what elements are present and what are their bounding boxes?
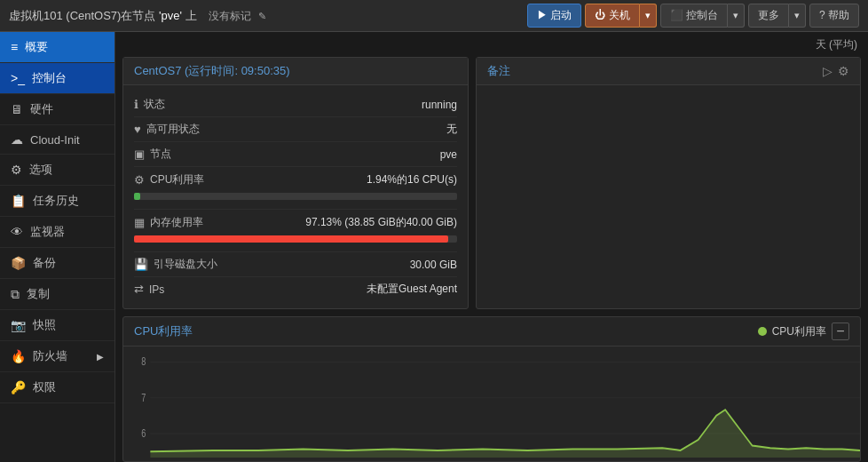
node-suffix: 上: [185, 9, 197, 22]
notes-panel-header: 备注 ▷ ⚙: [477, 58, 860, 85]
content-header: 天 (平均): [115, 32, 868, 57]
sidebar-item-11[interactable]: 🔑 权限: [0, 372, 114, 403]
sidebar: ≡ 概要 >_ 控制台 🖥 硬件 ☁ Cloud-Init ⚙ 选项 📋 任务历…: [0, 32, 115, 462]
sidebar-item-10[interactable]: 🔥 防火墙 ▶: [0, 341, 114, 372]
chart-title: CPU利用率: [134, 323, 193, 339]
svg-text:7: 7: [141, 392, 146, 404]
svg-text:6: 6: [141, 427, 146, 440]
sidebar-icon-5: 📋: [11, 194, 26, 208]
shutdown-button[interactable]: ⏻ 关机: [585, 4, 639, 28]
sidebar-label-9: 快照: [33, 317, 56, 333]
main-layout: ≡ 概要 >_ 控制台 🖥 硬件 ☁ Cloud-Init ⚙ 选项 📋 任务历…: [0, 32, 868, 462]
sidebar-item-9[interactable]: 📷 快照: [0, 310, 114, 341]
sidebar-label-8: 复制: [27, 286, 50, 302]
info-row-2: ▣ 节点 pve: [134, 142, 457, 167]
sidebar-label-1: 控制台: [32, 70, 67, 86]
sidebar-icon-3: ☁: [11, 132, 23, 147]
info-icon-1: ♥: [134, 123, 141, 136]
notes-panel-icons: ▷ ⚙: [823, 64, 849, 78]
sidebar-item-5[interactable]: 📋 任务历史: [0, 186, 114, 217]
chart-minimize-button[interactable]: −: [832, 323, 849, 340]
console-arrow[interactable]: ▾: [728, 4, 745, 28]
cpu-chart-panel: CPU利用率 CPU利用率 − 8 7 6: [122, 316, 861, 462]
info-label-5: 💾 引导磁盘大小: [134, 257, 258, 272]
shutdown-arrow[interactable]: ▾: [640, 4, 657, 28]
info-label-text-1: 高可用状态: [146, 122, 200, 137]
info-row-5: 💾 引导磁盘大小 30.00 GiB: [134, 252, 457, 277]
more-button[interactable]: 更多: [748, 4, 789, 28]
more-arrow[interactable]: ▾: [789, 4, 806, 28]
sidebar-icon-11: 🔑: [11, 380, 26, 394]
sidebar-item-4[interactable]: ⚙ 选项: [0, 155, 114, 186]
sidebar-label-0: 概要: [25, 39, 48, 55]
sidebar-icon-4: ⚙: [11, 163, 22, 177]
info-label-text-0: 状态: [144, 97, 165, 112]
info-label-1: ♥ 高可用状态: [134, 122, 258, 137]
info-row-1: ♥ 高可用状态 无: [134, 117, 457, 142]
chart-legend: CPU利用率 −: [758, 323, 849, 340]
info-label-text-6: IPs: [149, 283, 164, 296]
sidebar-icon-7: 📦: [11, 256, 26, 270]
sidebar-label-2: 硬件: [30, 101, 53, 117]
sidebar-item-7[interactable]: 📦 备份: [0, 248, 114, 279]
info-table: ℹ 状态 running ♥ 高可用状态 无 ▣ 节点 pve ⚙ CPU: [123, 85, 468, 308]
sidebar-icon-6: 👁: [11, 225, 23, 239]
info-icon-5: 💾: [134, 258, 148, 271]
info-label-3: ⚙ CPU利用率: [134, 172, 258, 187]
info-row-3: ⚙ CPU利用率 1.94%的16 CPU(s): [134, 167, 457, 210]
topbar-actions: ▶ 启动 ⏻ 关机 ▾ ⬛ 控制台 ▾ 更多 ▾ ? 帮助: [527, 4, 859, 28]
sidebar-item-8[interactable]: ⧉ 复制: [0, 279, 114, 310]
sidebar-icon-0: ≡: [11, 40, 18, 54]
sidebar-item-3[interactable]: ☁ Cloud-Init: [0, 125, 114, 155]
info-value-6: 未配置Guest Agent: [258, 282, 457, 297]
sidebar-label-6: 监视器: [30, 224, 65, 240]
sidebar-label-11: 权限: [33, 379, 56, 395]
help-button[interactable]: ? 帮助: [809, 4, 859, 28]
sidebar-item-2[interactable]: 🖥 硬件: [0, 94, 114, 125]
info-label-text-5: 引导磁盘大小: [154, 257, 217, 272]
legend-label: CPU利用率: [772, 324, 826, 339]
svg-text:8: 8: [141, 355, 146, 368]
info-icon-0: ℹ: [134, 98, 138, 111]
topbar: 虚拟机101 (CentOS7)在节点 'pve' 上 没有标记 ✎ ▶ 启动 …: [0, 0, 868, 32]
node-name: 'pve': [159, 9, 182, 22]
content: 天 (平均) CentOS7 (运行时间: 09:50:35) ℹ 状态 run…: [115, 32, 868, 462]
console-button[interactable]: ⬛ 控制台: [660, 4, 728, 28]
sidebar-label-10: 防火墙: [33, 348, 67, 364]
no-tag-label: 没有标记: [209, 10, 251, 22]
shutdown-group: ⏻ 关机 ▾: [585, 4, 656, 28]
sidebar-label-5: 任务历史: [33, 193, 79, 209]
sidebar-icon-8: ⧉: [11, 287, 20, 302]
info-row-4: ▦ 内存使用率 97.13% (38.85 GiB的40.00 GiB): [134, 210, 457, 252]
info-label-text-3: CPU利用率: [150, 172, 204, 187]
notes-play-icon[interactable]: ▷: [823, 64, 832, 78]
notes-panel-title: 备注: [487, 63, 510, 79]
info-row-top-4: ▦ 内存使用率 97.13% (38.85 GiB的40.00 GiB): [134, 215, 457, 230]
info-row-6: ⇄ IPs 未配置Guest Agent: [134, 277, 457, 301]
sidebar-item-1[interactable]: >_ 控制台: [0, 63, 114, 94]
topbar-title: 虚拟机101 (CentOS7)在节点 'pve' 上 没有标记 ✎: [9, 8, 527, 24]
sidebar-label-3: Cloud-Init: [30, 133, 80, 147]
notes-gear-icon[interactable]: ⚙: [838, 64, 849, 78]
chart-body: 8 7 6: [123, 346, 860, 461]
sidebar-item-6[interactable]: 👁 监视器: [0, 217, 114, 248]
info-bar-fill-3: [134, 193, 140, 200]
info-row-0: ℹ 状态 running: [134, 92, 457, 117]
sidebar-icon-2: 🖥: [11, 102, 23, 116]
top-panels: CentOS7 (运行时间: 09:50:35) ℹ 状态 running ♥ …: [115, 57, 868, 316]
info-label-6: ⇄ IPs: [134, 283, 258, 296]
chart-header: CPU利用率 CPU利用率 −: [123, 317, 860, 346]
info-value-5: 30.00 GiB: [258, 259, 457, 271]
cpu-chart-svg: 8 7 6: [123, 350, 860, 458]
sidebar-item-0[interactable]: ≡ 概要: [0, 32, 114, 63]
info-icon-2: ▣: [134, 147, 145, 161]
sidebar-icon-9: 📷: [11, 318, 26, 332]
edit-icon[interactable]: ✎: [258, 11, 266, 21]
notes-panel: 备注 ▷ ⚙: [476, 57, 861, 309]
vm-label: 虚拟机101 (CentOS7)在节点: [9, 9, 155, 22]
sidebar-icon-10: 🔥: [11, 349, 26, 363]
start-button[interactable]: ▶ 启动: [527, 4, 581, 28]
info-icon-3: ⚙: [134, 173, 145, 187]
sidebar-label-4: 选项: [29, 162, 52, 178]
sidebar-icon-1: >_: [11, 71, 25, 85]
